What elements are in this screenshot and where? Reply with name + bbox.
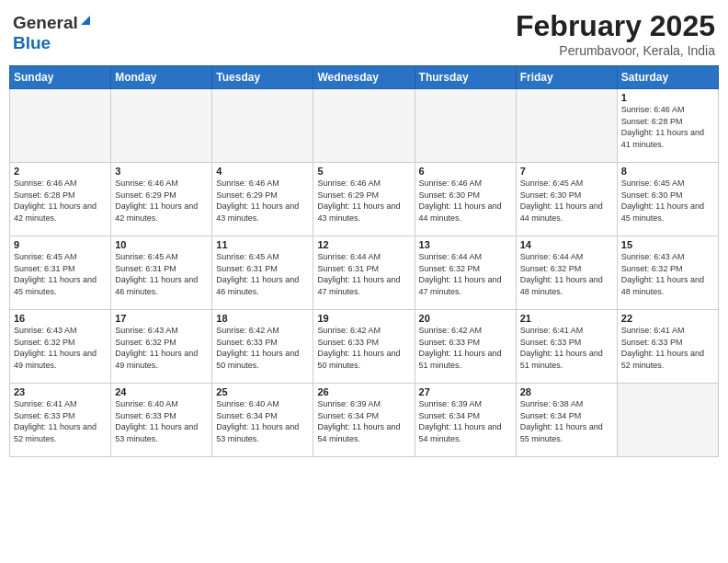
calendar-cell: 22Sunrise: 6:41 AM Sunset: 6:33 PM Dayli… — [617, 310, 718, 384]
day-number: 26 — [317, 386, 410, 397]
day-info: Sunrise: 6:46 AM Sunset: 6:29 PM Dayligh… — [115, 178, 208, 224]
calendar-cell: 21Sunrise: 6:41 AM Sunset: 6:33 PM Dayli… — [516, 310, 617, 384]
calendar-header-row: SundayMondayTuesdayWednesdayThursdayFrid… — [10, 66, 719, 89]
day-number: 4 — [216, 166, 309, 177]
day-info: Sunrise: 6:40 AM Sunset: 6:33 PM Dayligh… — [115, 398, 208, 444]
calendar-cell: 12Sunrise: 6:44 AM Sunset: 6:31 PM Dayli… — [313, 236, 415, 310]
day-info: Sunrise: 6:43 AM Sunset: 6:32 PM Dayligh… — [621, 251, 714, 297]
calendar-day-header: Sunday — [10, 66, 111, 89]
day-info: Sunrise: 6:45 AM Sunset: 6:31 PM Dayligh… — [216, 251, 309, 297]
calendar-day-header: Thursday — [415, 66, 516, 89]
day-number: 7 — [520, 166, 613, 177]
day-info: Sunrise: 6:41 AM Sunset: 6:33 PM Dayligh… — [520, 325, 613, 371]
day-info: Sunrise: 6:41 AM Sunset: 6:33 PM Dayligh… — [14, 398, 107, 444]
calendar-cell: 23Sunrise: 6:41 AM Sunset: 6:33 PM Dayli… — [10, 384, 111, 457]
calendar-cell: 1Sunrise: 6:46 AM Sunset: 6:28 PM Daylig… — [617, 89, 718, 163]
day-info: Sunrise: 6:41 AM Sunset: 6:33 PM Dayligh… — [621, 325, 714, 371]
day-number: 20 — [419, 313, 512, 324]
day-number: 12 — [317, 239, 410, 250]
day-number: 25 — [216, 386, 309, 397]
calendar-cell: 25Sunrise: 6:40 AM Sunset: 6:34 PM Dayli… — [212, 384, 313, 457]
calendar-cell: 27Sunrise: 6:39 AM Sunset: 6:34 PM Dayli… — [415, 384, 516, 457]
day-info: Sunrise: 6:45 AM Sunset: 6:30 PM Dayligh… — [520, 178, 613, 224]
calendar-week-row: 16Sunrise: 6:43 AM Sunset: 6:32 PM Dayli… — [10, 310, 719, 384]
calendar-body: 1Sunrise: 6:46 AM Sunset: 6:28 PM Daylig… — [10, 89, 719, 457]
logo-blue: Blue — [13, 33, 51, 52]
calendar-cell — [313, 89, 415, 163]
calendar-cell: 13Sunrise: 6:44 AM Sunset: 6:32 PM Dayli… — [415, 236, 516, 310]
day-info: Sunrise: 6:38 AM Sunset: 6:34 PM Dayligh… — [520, 398, 613, 444]
calendar-cell: 6Sunrise: 6:46 AM Sunset: 6:30 PM Daylig… — [415, 163, 516, 236]
calendar-cell: 24Sunrise: 6:40 AM Sunset: 6:33 PM Dayli… — [111, 384, 212, 457]
calendar-cell: 19Sunrise: 6:42 AM Sunset: 6:33 PM Dayli… — [313, 310, 415, 384]
calendar-cell: 14Sunrise: 6:44 AM Sunset: 6:32 PM Dayli… — [516, 236, 617, 310]
logo-triangle-icon — [79, 14, 92, 30]
day-info: Sunrise: 6:43 AM Sunset: 6:32 PM Dayligh… — [115, 325, 208, 371]
day-info: Sunrise: 6:46 AM Sunset: 6:30 PM Dayligh… — [419, 178, 512, 224]
calendar-day-header: Friday — [516, 66, 617, 89]
calendar-cell: 10Sunrise: 6:45 AM Sunset: 6:31 PM Dayli… — [111, 236, 212, 310]
calendar-day-header: Wednesday — [313, 66, 415, 89]
calendar-week-row: 9Sunrise: 6:45 AM Sunset: 6:31 PM Daylig… — [10, 236, 719, 310]
calendar-cell: 15Sunrise: 6:43 AM Sunset: 6:32 PM Dayli… — [617, 236, 718, 310]
calendar-day-header: Monday — [111, 66, 212, 89]
day-info: Sunrise: 6:45 AM Sunset: 6:31 PM Dayligh… — [115, 251, 208, 297]
day-number: 11 — [216, 239, 309, 250]
day-info: Sunrise: 6:45 AM Sunset: 6:31 PM Dayligh… — [14, 251, 107, 297]
day-number: 21 — [520, 313, 613, 324]
calendar-week-row: 23Sunrise: 6:41 AM Sunset: 6:33 PM Dayli… — [10, 384, 719, 457]
day-number: 3 — [115, 166, 208, 177]
month-title: February 2025 — [516, 9, 715, 43]
day-info: Sunrise: 6:42 AM Sunset: 6:33 PM Dayligh… — [419, 325, 512, 371]
day-number: 28 — [520, 386, 613, 397]
day-info: Sunrise: 6:46 AM Sunset: 6:28 PM Dayligh… — [14, 178, 107, 224]
calendar-cell — [516, 89, 617, 163]
calendar-cell: 7Sunrise: 6:45 AM Sunset: 6:30 PM Daylig… — [516, 163, 617, 236]
day-info: Sunrise: 6:46 AM Sunset: 6:28 PM Dayligh… — [621, 104, 714, 150]
day-number: 18 — [216, 313, 309, 324]
calendar-cell: 8Sunrise: 6:45 AM Sunset: 6:30 PM Daylig… — [617, 163, 718, 236]
day-info: Sunrise: 6:43 AM Sunset: 6:32 PM Dayligh… — [14, 325, 107, 371]
svg-marker-0 — [81, 16, 90, 25]
calendar-cell: 18Sunrise: 6:42 AM Sunset: 6:33 PM Dayli… — [212, 310, 313, 384]
day-info: Sunrise: 6:46 AM Sunset: 6:29 PM Dayligh… — [317, 178, 410, 224]
day-info: Sunrise: 6:39 AM Sunset: 6:34 PM Dayligh… — [419, 398, 512, 444]
title-area: February 2025 Perumbavoor, Kerala, India — [516, 9, 715, 58]
day-number: 10 — [115, 239, 208, 250]
subtitle: Perumbavoor, Kerala, India — [516, 43, 715, 58]
day-number: 15 — [621, 239, 714, 250]
calendar-cell — [617, 384, 718, 457]
calendar-day-header: Saturday — [617, 66, 718, 89]
calendar-table: SundayMondayTuesdayWednesdayThursdayFrid… — [9, 65, 719, 457]
day-info: Sunrise: 6:44 AM Sunset: 6:31 PM Dayligh… — [317, 251, 410, 297]
calendar-cell: 5Sunrise: 6:46 AM Sunset: 6:29 PM Daylig… — [313, 163, 415, 236]
day-info: Sunrise: 6:46 AM Sunset: 6:29 PM Dayligh… — [216, 178, 309, 224]
day-info: Sunrise: 6:44 AM Sunset: 6:32 PM Dayligh… — [520, 251, 613, 297]
calendar-cell: 17Sunrise: 6:43 AM Sunset: 6:32 PM Dayli… — [111, 310, 212, 384]
logo: General Blue — [13, 9, 92, 53]
day-number: 13 — [419, 239, 512, 250]
day-number: 19 — [317, 313, 410, 324]
day-number: 2 — [14, 166, 107, 177]
calendar-cell: 16Sunrise: 6:43 AM Sunset: 6:32 PM Dayli… — [10, 310, 111, 384]
page-header: General Blue February 2025 Perumbavoor, … — [9, 9, 719, 58]
calendar-week-row: 2Sunrise: 6:46 AM Sunset: 6:28 PM Daylig… — [10, 163, 719, 236]
calendar-cell: 9Sunrise: 6:45 AM Sunset: 6:31 PM Daylig… — [10, 236, 111, 310]
calendar-cell — [212, 89, 313, 163]
calendar-cell: 11Sunrise: 6:45 AM Sunset: 6:31 PM Dayli… — [212, 236, 313, 310]
calendar-cell — [10, 89, 111, 163]
calendar-cell: 4Sunrise: 6:46 AM Sunset: 6:29 PM Daylig… — [212, 163, 313, 236]
calendar-cell: 28Sunrise: 6:38 AM Sunset: 6:34 PM Dayli… — [516, 384, 617, 457]
day-info: Sunrise: 6:42 AM Sunset: 6:33 PM Dayligh… — [317, 325, 410, 371]
calendar-cell — [415, 89, 516, 163]
logo-general: General — [13, 13, 78, 33]
day-number: 8 — [621, 166, 714, 177]
day-number: 23 — [14, 386, 107, 397]
day-info: Sunrise: 6:40 AM Sunset: 6:34 PM Dayligh… — [216, 398, 309, 444]
day-number: 22 — [621, 313, 714, 324]
calendar-cell — [111, 89, 212, 163]
day-number: 17 — [115, 313, 208, 324]
day-number: 6 — [419, 166, 512, 177]
day-number: 14 — [520, 239, 613, 250]
day-number: 24 — [115, 386, 208, 397]
